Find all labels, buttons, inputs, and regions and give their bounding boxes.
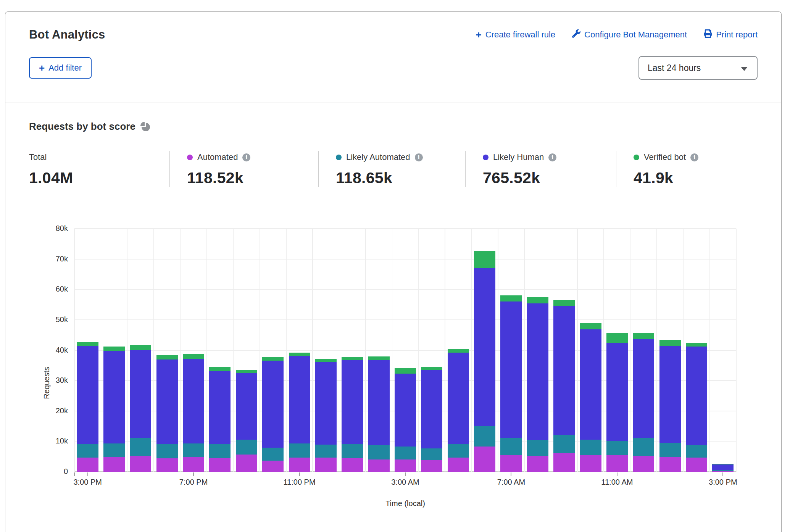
chart-bar[interactable]	[712, 464, 734, 472]
gridline	[74, 319, 736, 320]
chart-bar[interactable]	[262, 357, 284, 472]
chart-bar[interactable]	[77, 342, 98, 472]
bar-segment-automated	[395, 459, 416, 472]
info-icon[interactable]: i	[415, 153, 423, 161]
bar-segment-verified-bot	[474, 251, 495, 268]
x-axis-tick	[511, 472, 511, 476]
bar-segment-likely-human	[712, 464, 734, 470]
stat-automated-label: Automated	[197, 152, 238, 162]
x-axis-label: 7:00 AM	[480, 478, 542, 487]
bar-segment-likely-automated	[395, 447, 416, 459]
gridline-vertical	[551, 229, 551, 472]
bar-segment-likely-automated	[659, 443, 681, 457]
info-icon[interactable]: i	[548, 153, 556, 161]
chevron-down-icon	[741, 67, 748, 71]
chart-bar[interactable]	[659, 340, 681, 472]
bar-segment-likely-human	[580, 329, 601, 440]
automated-legend-dot	[187, 155, 193, 160]
chart-bar[interactable]	[183, 354, 204, 472]
gridline-vertical	[656, 229, 657, 472]
plus-icon: +	[39, 63, 45, 73]
chart-bar[interactable]	[342, 357, 363, 472]
stat-total: Total 1.04M	[29, 151, 169, 187]
bar-segment-likely-human	[183, 359, 204, 443]
bar-segment-verified-bot	[633, 333, 654, 339]
chart-bar[interactable]	[633, 333, 654, 472]
x-axis-tick	[617, 472, 617, 476]
x-axis-tick	[722, 472, 723, 476]
y-axis-label: 40k	[7, 346, 68, 355]
bar-segment-likely-automated	[103, 443, 125, 457]
chart-bar[interactable]	[553, 300, 575, 472]
info-icon[interactable]: i	[690, 153, 698, 161]
bar-segment-likely-human	[500, 301, 522, 438]
chart-bar[interactable]	[448, 349, 469, 472]
chart-bar[interactable]	[315, 359, 337, 472]
bar-segment-likely-human	[553, 306, 575, 435]
x-axis-label: 11:00 AM	[587, 478, 648, 487]
gridline-vertical	[74, 229, 75, 472]
gridline-vertical	[365, 229, 366, 472]
bar-segment-verified-bot	[606, 333, 628, 343]
gridline-vertical	[524, 229, 525, 472]
chart-bar[interactable]	[236, 370, 257, 472]
bar-segment-likely-automated	[580, 440, 601, 455]
chart-bar[interactable]	[421, 367, 442, 472]
bar-segment-automated	[262, 461, 284, 472]
wrench-icon	[572, 29, 580, 40]
bar-segment-likely-human	[421, 370, 442, 448]
chart-bar[interactable]	[209, 367, 231, 472]
info-icon[interactable]: i	[242, 153, 250, 161]
chart-bar[interactable]	[686, 343, 707, 472]
time-range-select[interactable]: Last 24 hours	[638, 56, 758, 80]
card-body: Requests by bot score Total 1.04M Automa…	[5, 103, 781, 508]
x-axis-origin-tick	[74, 472, 75, 476]
chart-bar[interactable]	[156, 355, 178, 472]
configure-bot-management-link[interactable]: Configure Bot Management	[572, 29, 687, 40]
chart-bar[interactable]	[368, 356, 390, 472]
chart-bar[interactable]	[606, 333, 628, 472]
bar-segment-likely-human	[130, 350, 151, 438]
bar-segment-verified-bot	[421, 367, 442, 370]
bar-segment-verified-bot	[395, 368, 416, 374]
chart-bar[interactable]	[500, 295, 522, 472]
bar-segment-verified-bot	[448, 349, 469, 353]
x-axis-tick	[87, 472, 88, 476]
x-axis-tick	[299, 472, 300, 476]
bar-segment-verified-bot	[183, 354, 204, 359]
chart-bar[interactable]	[395, 368, 416, 472]
bar-segment-likely-automated	[474, 426, 495, 447]
print-report-link[interactable]: Print report	[704, 29, 758, 40]
stat-total-value: 1.04M	[29, 169, 169, 187]
bar-segment-verified-bot	[130, 345, 151, 350]
create-firewall-rule-label: Create firewall rule	[485, 30, 555, 40]
bar-segment-likely-human	[262, 361, 284, 448]
chart-bar[interactable]	[130, 345, 151, 472]
bar-segment-likely-automated	[606, 441, 628, 455]
gridline-vertical	[471, 229, 472, 472]
gridline-vertical	[339, 229, 340, 472]
chart-bar[interactable]	[289, 353, 310, 472]
requests-chart: Requests 010k20k30k40k50k60k70k80k Time …	[5, 200, 781, 508]
create-firewall-rule-link[interactable]: + Create firewall rule	[476, 30, 556, 40]
bar-segment-automated	[342, 458, 363, 472]
bar-segment-likely-automated	[183, 443, 204, 457]
bar-segment-verified-bot	[500, 295, 522, 301]
bar-segment-automated	[686, 458, 707, 472]
bar-segment-likely-human	[315, 362, 337, 445]
chart-bar[interactable]	[474, 251, 495, 472]
stat-likely-automated-value: 118.65k	[336, 169, 465, 187]
stat-automated-value: 118.52k	[187, 169, 318, 187]
stat-likely-human: Likely Human i 765.52k	[465, 151, 616, 187]
bar-segment-likely-human	[395, 374, 416, 447]
chart-bar[interactable]	[527, 297, 548, 472]
bar-segment-likely-human	[236, 373, 257, 440]
add-filter-button[interactable]: + Add filter	[29, 57, 92, 79]
bar-segment-likely-human	[659, 346, 681, 443]
bar-segment-automated	[448, 458, 469, 472]
chart-bar[interactable]	[580, 323, 601, 472]
bar-segment-likely-automated	[130, 438, 151, 456]
gridline	[74, 259, 736, 260]
bar-segment-verified-bot	[553, 300, 575, 306]
chart-bar[interactable]	[103, 347, 125, 472]
